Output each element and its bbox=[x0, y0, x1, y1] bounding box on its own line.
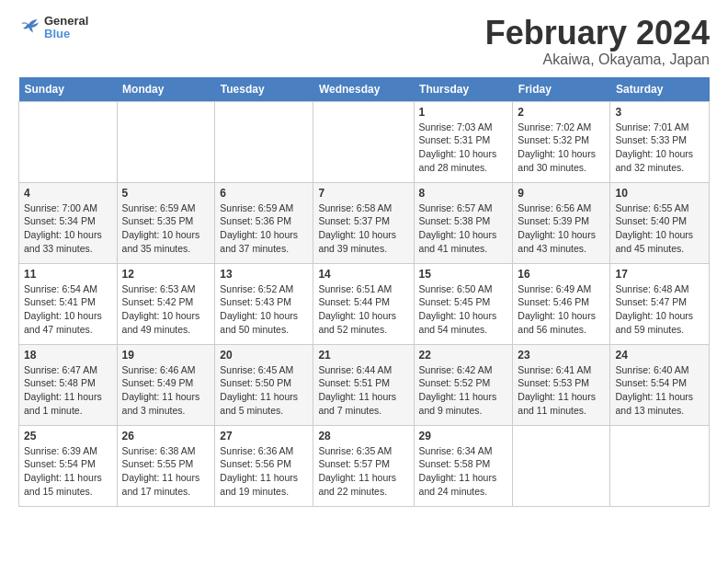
day-detail: Sunrise: 6:41 AM Sunset: 5:53 PM Dayligh… bbox=[518, 363, 605, 418]
day-detail: Sunrise: 7:02 AM Sunset: 5:32 PM Dayligh… bbox=[518, 121, 605, 175]
calendar-cell: 3Sunrise: 7:01 AM Sunset: 5:33 PM Daylig… bbox=[610, 101, 710, 182]
day-number: 10 bbox=[615, 187, 704, 200]
day-detail: Sunrise: 6:40 AM Sunset: 5:54 PM Dayligh… bbox=[615, 363, 704, 418]
day-number: 9 bbox=[518, 187, 605, 200]
day-detail: Sunrise: 6:45 AM Sunset: 5:50 PM Dayligh… bbox=[220, 363, 308, 418]
day-number: 27 bbox=[220, 430, 308, 442]
calendar-week-row: 18Sunrise: 6:47 AM Sunset: 5:48 PM Dayli… bbox=[19, 344, 710, 425]
day-number: 2 bbox=[518, 106, 605, 119]
logo-text: General Blue bbox=[44, 15, 88, 41]
day-detail: Sunrise: 6:59 AM Sunset: 5:35 PM Dayligh… bbox=[122, 201, 210, 256]
day-detail: Sunrise: 6:38 AM Sunset: 5:55 PM Dayligh… bbox=[122, 444, 210, 499]
calendar-table: SundayMondayTuesdayWednesdayThursdayFrid… bbox=[18, 77, 710, 507]
calendar-cell: 12Sunrise: 6:53 AM Sunset: 5:42 PM Dayli… bbox=[117, 263, 215, 344]
calendar-cell: 2Sunrise: 7:02 AM Sunset: 5:32 PM Daylig… bbox=[513, 101, 610, 182]
day-number: 24 bbox=[615, 349, 704, 362]
day-detail: Sunrise: 6:58 AM Sunset: 5:37 PM Dayligh… bbox=[318, 201, 408, 256]
calendar-cell bbox=[313, 101, 414, 182]
calendar-cell: 5Sunrise: 6:59 AM Sunset: 5:35 PM Daylig… bbox=[117, 182, 215, 263]
day-number: 22 bbox=[419, 349, 508, 362]
calendar-week-row: 1Sunrise: 7:03 AM Sunset: 5:31 PM Daylig… bbox=[19, 101, 710, 182]
day-detail: Sunrise: 7:03 AM Sunset: 5:31 PM Dayligh… bbox=[419, 121, 508, 175]
day-number: 1 bbox=[419, 106, 508, 119]
day-number: 20 bbox=[220, 349, 308, 362]
day-number: 3 bbox=[615, 106, 704, 119]
day-detail: Sunrise: 6:36 AM Sunset: 5:56 PM Dayligh… bbox=[220, 444, 308, 499]
weekday-header-friday: Friday bbox=[513, 77, 610, 102]
day-detail: Sunrise: 6:59 AM Sunset: 5:36 PM Dayligh… bbox=[220, 201, 308, 256]
calendar-cell: 14Sunrise: 6:51 AM Sunset: 5:44 PM Dayli… bbox=[313, 263, 414, 344]
calendar-cell: 24Sunrise: 6:40 AM Sunset: 5:54 PM Dayli… bbox=[610, 344, 710, 425]
day-detail: Sunrise: 7:00 AM Sunset: 5:34 PM Dayligh… bbox=[24, 201, 112, 256]
calendar-cell: 10Sunrise: 6:55 AM Sunset: 5:40 PM Dayli… bbox=[610, 182, 710, 263]
day-number: 6 bbox=[220, 187, 308, 200]
calendar-cell: 16Sunrise: 6:49 AM Sunset: 5:46 PM Dayli… bbox=[513, 263, 610, 344]
day-number: 28 bbox=[318, 430, 408, 442]
day-number: 16 bbox=[518, 268, 605, 281]
day-number: 26 bbox=[122, 430, 210, 442]
day-detail: Sunrise: 6:46 AM Sunset: 5:49 PM Dayligh… bbox=[122, 363, 210, 418]
calendar-cell: 21Sunrise: 6:44 AM Sunset: 5:51 PM Dayli… bbox=[313, 344, 414, 425]
weekday-header-monday: Monday bbox=[117, 77, 215, 102]
day-detail: Sunrise: 6:47 AM Sunset: 5:48 PM Dayligh… bbox=[24, 363, 112, 418]
calendar-cell bbox=[117, 101, 215, 182]
calendar-cell: 13Sunrise: 6:52 AM Sunset: 5:43 PM Dayli… bbox=[215, 263, 313, 344]
calendar-cell: 28Sunrise: 6:35 AM Sunset: 5:57 PM Dayli… bbox=[313, 425, 414, 506]
calendar-cell: 15Sunrise: 6:50 AM Sunset: 5:45 PM Dayli… bbox=[414, 263, 513, 344]
calendar-cell: 18Sunrise: 6:47 AM Sunset: 5:48 PM Dayli… bbox=[19, 344, 118, 425]
calendar-cell: 29Sunrise: 6:34 AM Sunset: 5:58 PM Dayli… bbox=[414, 425, 513, 506]
calendar-cell: 6Sunrise: 6:59 AM Sunset: 5:36 PM Daylig… bbox=[215, 182, 313, 263]
calendar-cell bbox=[19, 101, 118, 182]
day-detail: Sunrise: 6:48 AM Sunset: 5:47 PM Dayligh… bbox=[615, 282, 704, 337]
day-number: 8 bbox=[419, 187, 508, 200]
logo-blue: Blue bbox=[44, 28, 88, 40]
logo: General Blue bbox=[18, 15, 88, 41]
calendar-cell: 9Sunrise: 6:56 AM Sunset: 5:39 PM Daylig… bbox=[513, 182, 610, 263]
day-number: 23 bbox=[518, 349, 605, 362]
calendar-cell: 8Sunrise: 6:57 AM Sunset: 5:38 PM Daylig… bbox=[414, 182, 513, 263]
calendar-cell: 26Sunrise: 6:38 AM Sunset: 5:55 PM Dayli… bbox=[117, 425, 215, 506]
calendar-cell: 22Sunrise: 6:42 AM Sunset: 5:52 PM Dayli… bbox=[414, 344, 513, 425]
calendar-cell: 23Sunrise: 6:41 AM Sunset: 5:53 PM Dayli… bbox=[513, 344, 610, 425]
calendar-cell: 4Sunrise: 7:00 AM Sunset: 5:34 PM Daylig… bbox=[19, 182, 118, 263]
calendar-cell: 27Sunrise: 6:36 AM Sunset: 5:56 PM Dayli… bbox=[215, 425, 313, 506]
calendar-week-row: 11Sunrise: 6:54 AM Sunset: 5:41 PM Dayli… bbox=[19, 263, 710, 344]
day-detail: Sunrise: 6:39 AM Sunset: 5:54 PM Dayligh… bbox=[24, 444, 112, 499]
day-number: 4 bbox=[24, 187, 112, 200]
day-number: 17 bbox=[615, 268, 704, 281]
day-detail: Sunrise: 6:49 AM Sunset: 5:46 PM Dayligh… bbox=[518, 282, 605, 337]
day-detail: Sunrise: 6:56 AM Sunset: 5:39 PM Dayligh… bbox=[518, 201, 605, 256]
day-number: 12 bbox=[122, 268, 210, 281]
day-detail: Sunrise: 6:51 AM Sunset: 5:44 PM Dayligh… bbox=[318, 282, 408, 337]
calendar-week-row: 4Sunrise: 7:00 AM Sunset: 5:34 PM Daylig… bbox=[19, 182, 710, 263]
calendar-cell: 1Sunrise: 7:03 AM Sunset: 5:31 PM Daylig… bbox=[414, 101, 513, 182]
day-detail: Sunrise: 6:44 AM Sunset: 5:51 PM Dayligh… bbox=[318, 363, 408, 418]
day-number: 5 bbox=[122, 187, 210, 200]
title-area: February 2024 Akaiwa, Okayama, Japan bbox=[485, 15, 710, 68]
day-detail: Sunrise: 6:50 AM Sunset: 5:45 PM Dayligh… bbox=[419, 282, 508, 337]
day-number: 13 bbox=[220, 268, 308, 281]
day-number: 7 bbox=[318, 187, 408, 200]
day-detail: Sunrise: 6:34 AM Sunset: 5:58 PM Dayligh… bbox=[419, 444, 508, 499]
calendar-cell bbox=[513, 425, 610, 506]
day-detail: Sunrise: 6:53 AM Sunset: 5:42 PM Dayligh… bbox=[122, 282, 210, 337]
weekday-header-sunday: Sunday bbox=[19, 77, 118, 102]
calendar-cell bbox=[610, 425, 710, 506]
day-detail: Sunrise: 6:52 AM Sunset: 5:43 PM Dayligh… bbox=[220, 282, 308, 337]
location-title: Akaiwa, Okayama, Japan bbox=[485, 52, 710, 68]
day-detail: Sunrise: 6:57 AM Sunset: 5:38 PM Dayligh… bbox=[419, 201, 508, 256]
weekday-header-row: SundayMondayTuesdayWednesdayThursdayFrid… bbox=[19, 77, 710, 102]
day-detail: Sunrise: 6:54 AM Sunset: 5:41 PM Dayligh… bbox=[24, 282, 112, 337]
logo-icon bbox=[18, 18, 40, 37]
page-header: General Blue February 2024 Akaiwa, Okaya… bbox=[18, 15, 710, 68]
calendar-cell: 17Sunrise: 6:48 AM Sunset: 5:47 PM Dayli… bbox=[610, 263, 710, 344]
day-number: 25 bbox=[24, 430, 112, 442]
day-detail: Sunrise: 7:01 AM Sunset: 5:33 PM Dayligh… bbox=[615, 121, 704, 175]
calendar-cell: 20Sunrise: 6:45 AM Sunset: 5:50 PM Dayli… bbox=[215, 344, 313, 425]
logo-general: General bbox=[44, 15, 88, 28]
day-number: 14 bbox=[318, 268, 408, 281]
calendar-cell bbox=[215, 101, 313, 182]
month-title: February 2024 bbox=[485, 15, 710, 52]
weekday-header-tuesday: Tuesday bbox=[215, 77, 313, 102]
calendar-cell: 25Sunrise: 6:39 AM Sunset: 5:54 PM Dayli… bbox=[19, 425, 118, 506]
